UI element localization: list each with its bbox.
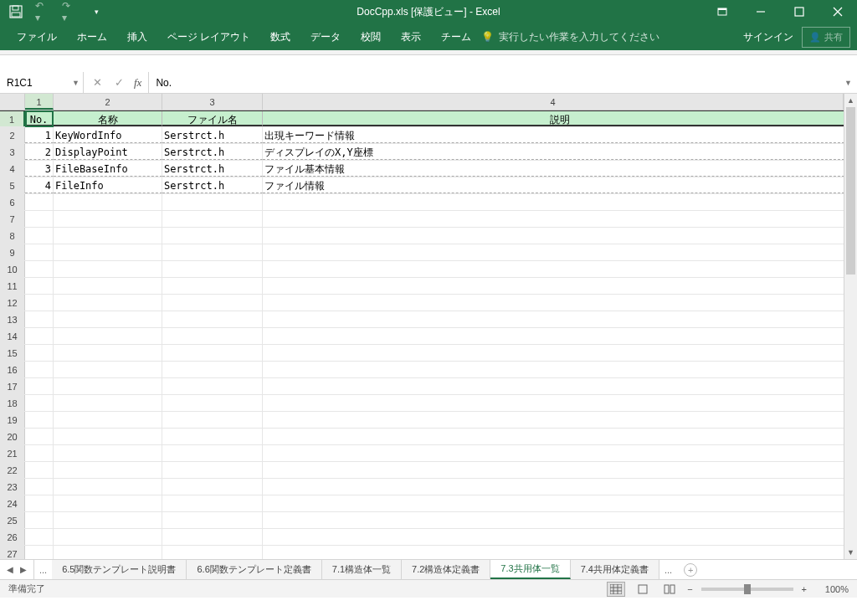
formula-bar[interactable]: No. ▼: [149, 72, 857, 93]
tab-view[interactable]: 表示: [391, 23, 431, 51]
sheet-tab[interactable]: 6.5関数テンプレート説明書: [52, 560, 187, 579]
cell[interactable]: [263, 395, 857, 411]
sheet-tab[interactable]: 7.2構造体定義書: [402, 560, 490, 579]
cell[interactable]: [263, 412, 857, 428]
undo-icon[interactable]: ↶ ▾: [35, 4, 50, 19]
cell[interactable]: 2: [25, 144, 54, 160]
cell[interactable]: [54, 211, 162, 227]
cell[interactable]: 1: [25, 127, 54, 143]
row-header[interactable]: 8: [0, 228, 25, 244]
cell[interactable]: [25, 362, 54, 377]
cell[interactable]: [25, 445, 54, 461]
cell[interactable]: [162, 529, 263, 545]
cell[interactable]: 4: [25, 177, 54, 193]
page-layout-view-button[interactable]: [634, 582, 652, 597]
sheet-tab[interactable]: 6.6関数テンプレート定義書: [187, 560, 321, 579]
cell[interactable]: [162, 311, 263, 327]
cell[interactable]: [263, 228, 857, 244]
cell[interactable]: [54, 328, 162, 344]
tab-insert[interactable]: 挿入: [117, 23, 157, 51]
cell[interactable]: [54, 495, 162, 511]
cell[interactable]: Serstrct.h: [162, 127, 263, 143]
cell[interactable]: 3: [25, 161, 54, 177]
tab-data[interactable]: データ: [300, 23, 351, 51]
cell[interactable]: [54, 362, 162, 377]
cell[interactable]: [263, 211, 857, 227]
cell[interactable]: ファイル基本情報: [263, 161, 857, 177]
cell[interactable]: [25, 495, 54, 511]
cell[interactable]: [54, 295, 162, 311]
zoom-slider-thumb[interactable]: [744, 584, 751, 594]
cell[interactable]: [263, 328, 857, 344]
cancel-formula-icon[interactable]: ✕: [90, 76, 104, 89]
cell[interactable]: [263, 278, 857, 294]
cell[interactable]: [25, 529, 54, 545]
cell[interactable]: [54, 445, 162, 461]
header-cell[interactable]: 説明: [263, 111, 857, 126]
new-sheet-button[interactable]: +: [677, 560, 704, 579]
cell[interactable]: [263, 378, 857, 394]
expand-formula-bar-icon[interactable]: ▼: [844, 79, 852, 87]
redo-icon[interactable]: ↷ ▾: [62, 4, 77, 19]
tab-file[interactable]: ファイル: [7, 23, 67, 51]
cell[interactable]: [25, 261, 54, 277]
row-header[interactable]: 3: [0, 144, 25, 160]
cell[interactable]: [162, 429, 263, 444]
column-header[interactable]: 1: [25, 94, 54, 110]
cell[interactable]: [263, 512, 857, 528]
sheet-nav-prev-icon[interactable]: ◀: [7, 565, 13, 574]
row-header[interactable]: 9: [0, 244, 25, 260]
cell[interactable]: [162, 512, 263, 528]
row-header[interactable]: 23: [0, 479, 25, 495]
row-header[interactable]: 12: [0, 295, 25, 311]
cell[interactable]: [25, 462, 54, 478]
cell[interactable]: [54, 194, 162, 210]
signin-link[interactable]: サインイン: [743, 30, 793, 44]
row-header[interactable]: 22: [0, 462, 25, 478]
cell[interactable]: [162, 211, 263, 227]
cell[interactable]: [263, 479, 857, 495]
row-header[interactable]: 2: [0, 127, 25, 143]
row-header[interactable]: 20: [0, 429, 25, 444]
row-header[interactable]: 18: [0, 395, 25, 411]
close-button[interactable]: [819, 0, 857, 23]
cell[interactable]: FileInfo: [54, 177, 162, 193]
cell[interactable]: [162, 462, 263, 478]
cell[interactable]: [162, 194, 263, 210]
cell[interactable]: [25, 395, 54, 411]
chevron-down-icon[interactable]: ▼: [72, 79, 80, 87]
cell[interactable]: [25, 512, 54, 528]
row-header[interactable]: 4: [0, 161, 25, 177]
ribbon-display-options-icon[interactable]: [703, 0, 742, 23]
cell[interactable]: [263, 194, 857, 210]
zoom-slider[interactable]: [701, 588, 793, 591]
row-header[interactable]: 17: [0, 378, 25, 394]
cell[interactable]: [54, 529, 162, 545]
cell[interactable]: [263, 295, 857, 311]
cell[interactable]: ディスプレイのX,Y座標: [263, 144, 857, 160]
cell[interactable]: [162, 345, 263, 361]
sheet-nav-more-right[interactable]: ...: [659, 560, 677, 579]
cell[interactable]: [25, 244, 54, 260]
cell[interactable]: Serstrct.h: [162, 144, 263, 160]
cell[interactable]: [25, 295, 54, 311]
row-header[interactable]: 7: [0, 211, 25, 227]
scroll-thumb[interactable]: [846, 107, 855, 275]
qa-customize-icon[interactable]: ▾: [89, 4, 104, 19]
row-header[interactable]: 10: [0, 261, 25, 277]
row-header[interactable]: 16: [0, 362, 25, 377]
cell[interactable]: [54, 244, 162, 260]
cell[interactable]: [54, 395, 162, 411]
cell[interactable]: Serstrct.h: [162, 161, 263, 177]
zoom-in-button[interactable]: +: [802, 584, 807, 594]
row-header[interactable]: 6: [0, 194, 25, 210]
cell[interactable]: [263, 345, 857, 361]
row-header[interactable]: 1: [0, 111, 25, 126]
row-header[interactable]: 27: [0, 546, 25, 559]
cell[interactable]: [162, 278, 263, 294]
enter-formula-icon[interactable]: ✓: [112, 76, 126, 89]
row-header[interactable]: 21: [0, 445, 25, 461]
cell[interactable]: [54, 378, 162, 394]
normal-view-button[interactable]: [607, 582, 625, 597]
scroll-up-arrow-icon[interactable]: ▲: [844, 94, 857, 107]
